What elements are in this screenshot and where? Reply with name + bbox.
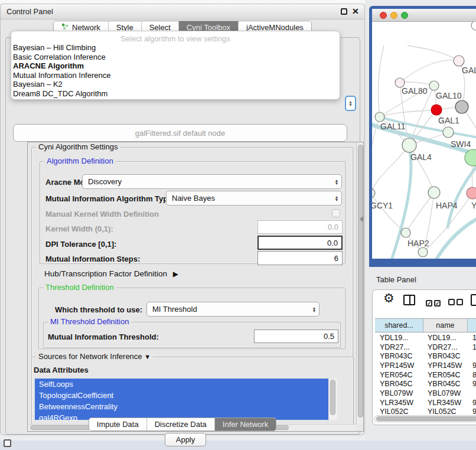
new-table-icon[interactable] <box>471 294 476 306</box>
network-node[interactable] <box>429 81 439 90</box>
zoom-traffic-light-icon[interactable] <box>401 12 408 19</box>
network-edge[interactable] <box>400 82 434 86</box>
network-edge[interactable] <box>407 45 459 61</box>
which-threshold-value: MI Threshold <box>147 305 309 314</box>
manual-kernel-label: Manual Kernel Width Definition <box>45 210 159 219</box>
split-divider-arrow[interactable] <box>360 216 363 222</box>
attributes-scrollbar[interactable] <box>330 379 337 420</box>
network-canvas[interactable]: GALGAL80GAL10GAL1GAL11SWI4GAL4GCY1HAP4YH… <box>372 22 476 259</box>
table-cell: 12 <box>470 343 476 351</box>
table-row[interactable]: YDR27...YDR27...12 <box>375 343 476 352</box>
network-node[interactable] <box>372 188 375 198</box>
network-edge[interactable] <box>378 45 384 117</box>
table-rows: YDL19...YDL19...13YDR27...YDR27...12YBR0… <box>375 333 476 415</box>
table-cell: 9. <box>470 380 476 388</box>
column-header-shared[interactable]: shared... <box>375 319 423 332</box>
table-row[interactable]: YBR043CYBR043C <box>375 351 476 361</box>
algo-item-dream8-dc-tdc-algorithm[interactable]: Dream8 DC_TDC Algorithm <box>11 89 340 99</box>
attribute-item-betweennesscentrality[interactable]: BetweennessCentrality <box>35 401 328 412</box>
settings-vscrollbar[interactable] <box>356 142 364 424</box>
algorithm-dropdown-placeholder: Select algorithm to view settings <box>11 31 340 43</box>
data-attributes-label: Data Attributes <box>34 366 89 374</box>
table-row[interactable]: YBR045CYBR045C9. <box>375 379 476 389</box>
algo-item-mutual-information-inference[interactable]: Mutual Information Inference <box>11 71 340 80</box>
network-edge[interactable] <box>400 60 459 83</box>
algo-item-bayesian-k2[interactable]: Bayesian – K2 <box>11 80 340 89</box>
tab-discretize-data[interactable]: Discretize Data <box>147 418 215 431</box>
table-hscrollbar[interactable] <box>374 415 476 422</box>
settings-scrollpane: Cyni Algorithm Settings Algorithm Defini… <box>27 142 364 432</box>
sources-group-title[interactable]: Sources for Network Inference ▼ <box>36 353 153 361</box>
table-cell: YPR145W <box>425 361 470 370</box>
node-label-gal80: GAL80 <box>402 86 428 96</box>
attribute-item-selfloops[interactable]: SelfLoops <box>35 379 328 390</box>
table-row[interactable]: YDL19...YDL19...13 <box>375 333 476 343</box>
mi-type-label: Mutual Information Algorithm Type: <box>45 194 175 203</box>
split-columns-icon[interactable] <box>403 295 415 305</box>
network-node[interactable] <box>402 138 416 152</box>
network-node[interactable] <box>443 127 454 138</box>
minimize-traffic-light-icon[interactable] <box>390 12 397 19</box>
column-header-name[interactable]: name <box>423 319 468 332</box>
network-node[interactable] <box>428 187 440 198</box>
tab-infer-network[interactable]: Infer Network <box>215 418 276 431</box>
column-header-3[interactable] <box>468 319 476 332</box>
network-node[interactable] <box>418 247 428 257</box>
algo-item-aracne-algorithm[interactable]: ARACNE Algorithm <box>11 61 340 71</box>
table-row[interactable]: YPR145WYPR145W9. <box>375 361 476 370</box>
table-cell: YBR045C <box>375 380 425 388</box>
algo-item-basic-correlation-inference[interactable]: Basic Correlation Inference <box>11 53 340 62</box>
inference-algorithm-combo-button[interactable]: ▲ ▼ <box>345 96 356 111</box>
kernel-width-field[interactable]: 0.0 <box>257 220 343 234</box>
gear-icon[interactable]: ⚙ <box>383 291 395 305</box>
network-node[interactable] <box>471 22 476 30</box>
node-label-gal: GAL <box>462 66 476 75</box>
mi-steps-field[interactable]: 6 <box>257 251 343 265</box>
algo-item-bayesian-hill-climbing[interactable]: Bayesian – Hill Climbing <box>11 43 340 53</box>
network-node[interactable] <box>431 105 442 115</box>
attribute-item-topologicalcoefficient[interactable]: TopologicalCoefficient <box>35 390 328 401</box>
network-node[interactable] <box>454 56 464 66</box>
data-attributes-list[interactable]: SelfLoopsTopologicalCoefficientBetweenne… <box>35 379 328 420</box>
node-label-hap2: HAP2 <box>407 239 429 248</box>
network-node[interactable] <box>401 228 410 237</box>
manual-kernel-checkbox[interactable] <box>332 209 340 217</box>
node-label-gal1: GAL1 <box>438 116 459 125</box>
select-all-checkboxes-icon[interactable]: ✓✓ <box>426 297 442 308</box>
network-node[interactable] <box>467 187 476 199</box>
table-cell: YBL079W <box>375 389 425 397</box>
network-node[interactable] <box>455 100 468 113</box>
network-view-window[interactable]: GALGAL80GAL10GAL1GAL11SWI4GAL4GCY1HAP4YH… <box>369 6 476 267</box>
expand-right-arrow-icon: ▶ <box>173 270 178 278</box>
which-threshold-combo[interactable]: MI Threshold ▲▼ <box>146 302 319 317</box>
table-row[interactable]: YLR345WYLR345W9. <box>375 398 476 407</box>
tab-infer-network-label: Infer Network <box>223 420 268 429</box>
mi-threshold-field[interactable]: 0.5 <box>254 330 338 343</box>
node-label-gcy1: GCY1 <box>372 201 393 210</box>
dpi-tolerance-field[interactable]: 0.0 <box>257 236 343 250</box>
hub-definition-toggle[interactable]: Hub/Transcription Factor Definition ▶ <box>44 269 178 278</box>
network-edge[interactable] <box>380 110 436 117</box>
float-window-icon[interactable] <box>341 8 347 15</box>
table-cell: YDR27... <box>375 343 425 351</box>
table-panel-title: Table Panel <box>376 275 416 284</box>
kernel-width-label: Kernel Width (0,1): <box>45 224 113 233</box>
deselect-all-checkboxes-icon[interactable] <box>448 297 465 308</box>
table-row[interactable]: YIL052CYIL052C9 <box>375 407 476 416</box>
close-icon[interactable]: ✕ <box>352 6 359 16</box>
network-edge[interactable] <box>372 145 409 193</box>
network-edge-teal[interactable] <box>437 217 476 258</box>
mi-type-combo[interactable]: Naive Bayes ▲▼ <box>166 191 342 206</box>
tab-impute-data[interactable]: Impute Data <box>89 418 147 431</box>
aracne-mode-combo[interactable]: Discovery ▲▼ <box>82 174 342 189</box>
network-node[interactable] <box>375 112 384 122</box>
dock-panel-icon[interactable] <box>4 439 11 447</box>
network-edge[interactable] <box>406 193 434 233</box>
table-cell: YBR045C <box>425 380 470 388</box>
apply-button[interactable]: Apply <box>165 433 206 446</box>
table-row[interactable]: YBL079WYBL079W <box>375 389 476 398</box>
table-cell: YPR145W <box>375 361 425 370</box>
table-row[interactable]: YER054CYER054C8. <box>375 370 476 380</box>
network-table-selector[interactable]: galFiltered.sif default node <box>13 124 347 142</box>
close-traffic-light-icon[interactable] <box>380 12 387 19</box>
